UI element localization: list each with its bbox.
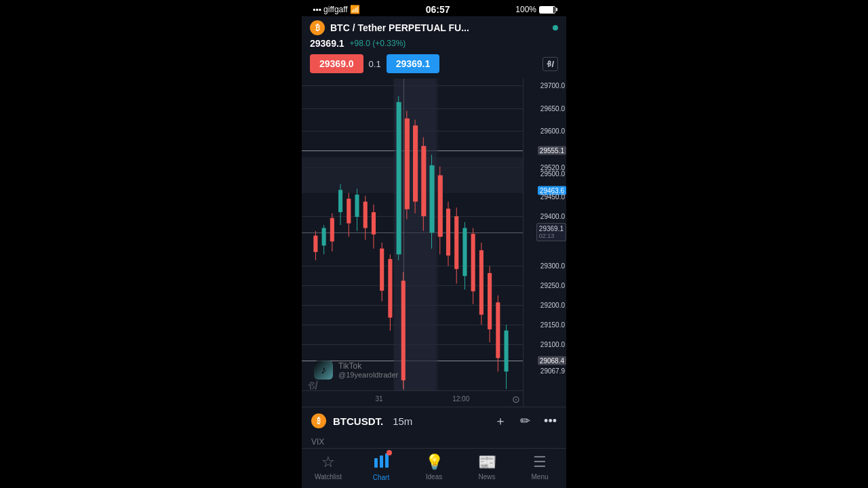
price-29400: 29400.0 (540, 213, 565, 220)
price-29067: 29067.9 (540, 367, 565, 374)
price-29450: 29450.0 (540, 193, 565, 201)
price-axis: 29700.0 29650.0 29600.0 29555.1 29520.0 … (523, 79, 566, 407)
connection-status-dot (553, 25, 558, 30)
ideas-icon: 💡 (425, 453, 443, 471)
candlestick-chart (302, 79, 523, 407)
svg-rect-38 (462, 228, 467, 276)
carrier-wifi: ▪▪▪ giffgaff 📶 (313, 5, 360, 14)
price-29500: 29500.0 (540, 170, 565, 178)
price-29150: 29150.0 (540, 321, 565, 329)
sell-button[interactable]: 29369.0 (310, 54, 363, 73)
nav-menu[interactable]: ☰ Menu (519, 453, 560, 481)
svg-rect-50 (401, 281, 406, 380)
tiktok-logo-icon: ♪ (314, 361, 333, 380)
nav-chart[interactable]: Chart (361, 453, 401, 481)
price-29250: 29250.0 (540, 281, 565, 289)
svg-rect-18 (380, 249, 384, 291)
time-axis: 31 12:00 ⊙ (302, 390, 523, 407)
svg-rect-20 (388, 259, 392, 317)
time-display: 06:57 (426, 4, 450, 15)
svg-rect-16 (372, 212, 376, 235)
svg-rect-14 (363, 202, 368, 228)
add-indicator-button[interactable]: ＋ (494, 413, 507, 429)
crosshair-price-label: 29369.1 (539, 225, 564, 232)
svg-rect-22 (397, 102, 401, 255)
crosshair-time-label: 02:13 (539, 232, 564, 239)
tradingview-logo: ꟗ/ (542, 57, 558, 71)
news-icon: 📰 (478, 453, 496, 471)
svg-rect-8 (338, 190, 342, 212)
buy-button[interactable]: 29369.1 (387, 54, 440, 73)
svg-rect-26 (413, 125, 418, 201)
ticker-timeframe[interactable]: 15m (393, 415, 412, 427)
time-label-1200: 12:00 (452, 395, 469, 403)
time-settings-icon[interactable]: ⊙ (512, 394, 520, 405)
status-bar: ▪▪▪ giffgaff 📶 06:57 100% (302, 0, 566, 16)
ticker-bar: ₿ BTCUSDT. 15m ＋ ✏ ••• (302, 407, 566, 434)
svg-rect-32 (438, 176, 443, 237)
battery-icon (539, 6, 555, 14)
svg-rect-48 (504, 331, 508, 371)
watchlist-label: Watchlist (315, 473, 342, 481)
bottom-nav: ☆ Watchlist Chart 💡 Ideas 📰 News ☰ M (302, 448, 566, 488)
svg-rect-36 (454, 216, 458, 269)
svg-rect-46 (496, 302, 500, 358)
signal-icon: ▪▪▪ (313, 5, 321, 14)
price-29600: 29600.0 (540, 127, 565, 135)
ticker-secondary: VIX (302, 434, 566, 448)
nav-ideas[interactable]: 💡 Ideas (414, 453, 454, 481)
more-options-button[interactable]: ••• (544, 414, 557, 428)
price-29700: 29700.0 (540, 81, 565, 89)
battery-percent: 100% (515, 5, 536, 14)
coin-icon: ₿ (310, 20, 325, 35)
price-29068-highlight: 29068.4 (538, 357, 566, 365)
time-label-31: 31 (376, 395, 383, 403)
nav-watchlist[interactable]: ☆ Watchlist (308, 453, 349, 481)
trading-header: ₿ BTC / Tether PERPETUAL FU... 29369.1 +… (302, 16, 566, 79)
chart-icon (373, 453, 389, 472)
chart-main[interactable]: ꟗ/ ♪ TikTok @19yearoldtrader 31 12:00 ⊙ (302, 79, 523, 407)
svg-rect-42 (479, 250, 484, 314)
chart-container[interactable]: ꟗ/ ♪ TikTok @19yearoldtrader 31 12:00 ⊙ … (302, 79, 566, 407)
instrument-title[interactable]: BTC / Tether PERPETUAL FU... (330, 22, 547, 33)
spread-value: 0.1 (369, 59, 381, 69)
svg-rect-2 (313, 236, 317, 252)
svg-rect-40 (471, 234, 475, 291)
draw-tool-button[interactable]: ✏ (520, 413, 530, 428)
nav-news[interactable]: 📰 News (467, 453, 507, 481)
current-price: 29369.1 (310, 38, 344, 49)
price-29100: 29100.0 (540, 341, 565, 348)
svg-rect-6 (330, 218, 334, 242)
svg-rect-53 (385, 453, 389, 468)
price-29200: 29200.0 (540, 301, 565, 308)
watermark-handle: @19yearoldtrader (338, 371, 398, 379)
battery-area: 100% (515, 5, 555, 14)
ideas-label: Ideas (426, 473, 442, 481)
price-change: +98.0 (+0.33%) (350, 39, 406, 48)
menu-label: Menu (531, 473, 548, 481)
svg-rect-28 (421, 146, 426, 216)
svg-rect-30 (429, 165, 434, 232)
news-label: News (478, 473, 495, 481)
svg-rect-24 (405, 119, 410, 209)
svg-rect-34 (446, 209, 450, 256)
svg-rect-44 (488, 273, 492, 329)
svg-rect-12 (355, 195, 359, 217)
chart-badge (387, 450, 392, 455)
price-29300: 29300.0 (540, 262, 565, 269)
watchlist-icon: ☆ (321, 453, 335, 471)
watermark-title: TikTok (338, 361, 398, 371)
wifi-icon: 📶 (350, 5, 360, 14)
price-29555-highlight: 29555.1 (538, 146, 566, 155)
menu-icon: ☰ (533, 453, 547, 471)
price-29650: 29650.0 (540, 104, 565, 112)
svg-rect-52 (380, 455, 383, 468)
svg-rect-4 (322, 228, 326, 245)
svg-rect-10 (347, 199, 351, 223)
tiktok-watermark: ♪ TikTok @19yearoldtrader (314, 361, 398, 380)
carrier-name: giffgaff (323, 5, 348, 14)
chart-label: Chart (373, 474, 389, 481)
ticker-symbol[interactable]: BTCUSDT. (333, 415, 383, 427)
ticker-coin-icon: ₿ (311, 413, 326, 428)
svg-rect-51 (374, 458, 378, 468)
